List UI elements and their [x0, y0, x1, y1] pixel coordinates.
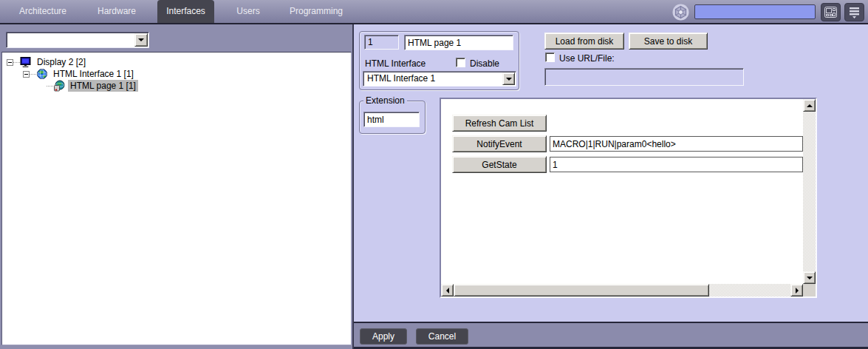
tree-connector — [47, 86, 53, 87]
horizontal-scrollbar[interactable] — [441, 284, 803, 297]
tree-filter-input[interactable] — [8, 34, 134, 46]
tab-users[interactable]: Users — [220, 0, 276, 23]
use-url-label: Use URL/File: — [559, 53, 615, 64]
horizontal-scroll-track[interactable] — [709, 284, 790, 297]
interface-select[interactable]: HTML Interface 1 — [363, 71, 516, 87]
tab-architecture[interactable]: Architecture — [4, 0, 81, 23]
tab-programming[interactable]: Programming — [281, 0, 352, 23]
scroll-up-icon[interactable] — [803, 99, 816, 112]
get-state-field[interactable] — [550, 157, 803, 172]
disable-checkbox[interactable] — [456, 58, 465, 67]
refresh-cam-list-button[interactable]: Refresh Cam List — [452, 115, 547, 132]
menu-icon[interactable] — [844, 3, 864, 21]
notify-event-field[interactable] — [550, 136, 803, 152]
html-page-preview: Refresh Cam List NotifyEvent GetState — [440, 98, 817, 298]
tree-filter-dropdown-button[interactable] — [134, 33, 148, 47]
vertical-scroll-track[interactable] — [803, 112, 816, 271]
scroll-right-icon[interactable] — [790, 284, 803, 297]
object-name-field[interactable] — [404, 35, 513, 50]
monitor-icon — [20, 56, 32, 68]
screens-layout-icon[interactable] — [821, 3, 841, 21]
disable-label: Disable — [470, 58, 499, 69]
extension-groupbox: Extension — [359, 101, 426, 134]
tab-hardware[interactable]: Hardware — [81, 0, 152, 23]
vertical-scrollbar[interactable] — [803, 99, 816, 284]
extension-field[interactable] — [363, 112, 420, 127]
tab-interfaces[interactable]: Interfaces — [157, 0, 214, 23]
app-logo-icon[interactable] — [672, 4, 689, 21]
tree-connector — [30, 74, 36, 75]
scroll-down-icon[interactable] — [803, 271, 816, 284]
horizontal-scroll-thumb[interactable] — [454, 284, 709, 297]
extension-label: Extension — [363, 95, 407, 106]
top-toolbar: Architecture Hardware Interfaces Users P… — [0, 0, 868, 24]
globe-icon — [36, 68, 48, 80]
cancel-button[interactable]: Cancel — [416, 328, 468, 345]
identification-groupbox: HTML Interface Disable HTML Interface 1 — [359, 31, 519, 90]
settings-panel: HTML Interface Disable HTML Interface 1 … — [354, 24, 868, 349]
tree-item-label[interactable]: HTML Interface 1 [1] — [51, 68, 136, 80]
object-tree: Display 2 [2] HTML Interface 1 [1] — [1, 52, 352, 345]
interface-select-value: HTML Interface 1 — [367, 73, 435, 84]
collapse-icon[interactable] — [23, 71, 30, 78]
scrollbar-corner — [803, 284, 816, 297]
get-state-button[interactable]: GetState — [452, 156, 547, 173]
tree-item-label-selected[interactable]: HTML page 1 [1] — [68, 80, 138, 92]
object-tree-panel: Display 2 [2] HTML Interface 1 [1] — [0, 24, 354, 349]
tree-connector — [13, 62, 20, 63]
object-id-field[interactable] — [364, 35, 399, 50]
tree-filter-combobox[interactable] — [6, 32, 149, 48]
tree-row-display[interactable]: Display 2 [2] — [7, 56, 351, 68]
load-from-disk-button[interactable]: Load from disk — [544, 33, 624, 50]
interface-label: HTML Interface — [365, 58, 426, 69]
tree-row-html-interface[interactable]: HTML Interface 1 [1] — [23, 68, 351, 80]
save-to-disk-button[interactable]: Save to disk — [629, 33, 708, 50]
collapse-icon[interactable] — [7, 59, 13, 66]
toolbar-search-input[interactable] — [694, 4, 816, 19]
apply-button[interactable]: Apply — [360, 328, 407, 345]
scroll-left-icon[interactable] — [441, 284, 454, 297]
globe-page-icon — [53, 80, 65, 92]
notify-event-button[interactable]: NotifyEvent — [452, 135, 547, 152]
tree-row-html-page[interactable]: HTML page 1 [1] — [47, 80, 351, 92]
url-file-field[interactable] — [544, 68, 744, 86]
use-url-checkbox[interactable] — [545, 52, 555, 62]
chevron-down-icon[interactable] — [502, 72, 515, 85]
action-bar: Apply Cancel — [354, 322, 868, 349]
tree-item-label[interactable]: Display 2 [2] — [35, 56, 88, 68]
